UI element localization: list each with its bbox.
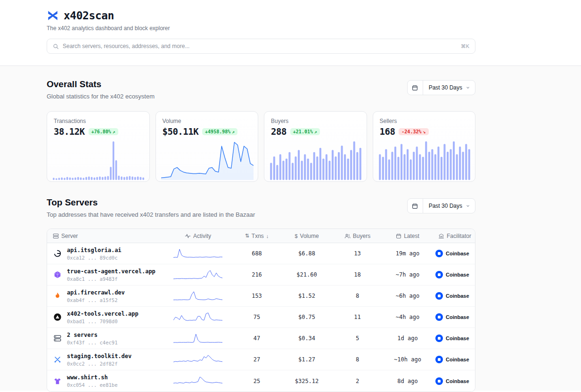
search-bar[interactable]: ⌘K [47, 39, 475, 54]
calendar-icon [396, 233, 401, 239]
stat-cards: Transactions 38.12K +76.80%↗ Volume $50.… [47, 111, 475, 182]
volume-value: $1.52 [280, 293, 333, 299]
buyers-chart [270, 140, 361, 180]
trend-badge: +21.01%↗ [290, 128, 320, 135]
flame-icon [53, 291, 62, 301]
facilitator-name: Coinbase [446, 251, 469, 256]
table-row[interactable]: x402-tools.vercel.app 0xbad1 ... 7098d0 … [47, 307, 475, 328]
stat-card-sellers: Sellers 168 -24.32%↘ [373, 111, 476, 182]
table-row[interactable]: api.firecrawl.dev 0xab4f ... a15f52 153 … [47, 286, 475, 307]
server-name: staging.toolkit.dev [67, 353, 131, 359]
stat-value: $50.11K [163, 126, 199, 137]
toolkit-icon [53, 355, 62, 364]
overall-stats-title: Overall Stats [47, 79, 155, 90]
activity-sparkline [163, 375, 233, 387]
overall-stats-subtitle: Global statistics for the x402 ecosystem [47, 93, 155, 100]
coinbase-icon [435, 250, 443, 257]
shirt-icon [53, 376, 62, 386]
facilitator-cell: Coinbase [434, 271, 475, 278]
table-row[interactable]: api.itsgloria.ai 0xca12 ... 89cd0c 688 $… [47, 243, 475, 264]
latest-value: 1d ago [382, 335, 434, 342]
activity-sparkline [163, 247, 233, 260]
cube-icon [53, 270, 62, 279]
column-header-buyers[interactable]: Buyers [333, 233, 382, 239]
stat-card-transactions: Transactions 38.12K +76.80%↗ [47, 111, 150, 182]
facilitator-cell: Coinbase [434, 250, 475, 257]
server-name: www.shirt.sh [67, 374, 117, 381]
txns-value: 216 [233, 271, 280, 278]
volume-chart [161, 140, 253, 180]
coinbase-icon [435, 377, 443, 385]
servers-date-range-picker[interactable]: Past 30 Days [407, 198, 475, 213]
table-row[interactable]: staging.toolkit.dev 0x0cc2 ... 2df82f 27… [47, 349, 475, 370]
top-servers-subtitle: Top addresses that have received x402 tr… [47, 211, 255, 218]
server-address: 0xc054 ... ee81be [67, 382, 117, 388]
search-shortcut: ⌘K [461, 43, 469, 49]
latest-value: 8d ago [382, 378, 434, 384]
table-row[interactable]: true-cast-agent.vercel.app 0xa8c1 ... a9… [47, 264, 475, 286]
coinbase-icon [435, 356, 443, 363]
buyers-value: 2 [333, 378, 382, 384]
activity-sparkline [163, 353, 233, 366]
sort-icon: ⇅ [245, 233, 249, 239]
trend-down-icon: ↘ [423, 129, 426, 134]
server-name: api.firecrawl.dev [67, 289, 125, 296]
column-header-server[interactable]: Server [47, 233, 163, 239]
chevron-down-icon [466, 85, 475, 90]
stats-date-range-picker[interactable]: Past 30 Days [407, 80, 475, 95]
app-title: x402scan [64, 9, 114, 22]
x402scan-logo [47, 9, 59, 22]
volume-value: $0.75 [280, 314, 333, 320]
server-address: 0xa8c1 ... a9483f [67, 276, 155, 282]
overall-stats-header: Overall Stats Global statistics for the … [47, 79, 475, 100]
volume-value: $21.60 [280, 271, 333, 278]
buyers-value: 8 [333, 356, 382, 363]
buyers-value: 13 [333, 250, 382, 257]
volume-value: $6.88 [280, 250, 333, 257]
column-header-activity[interactable]: Activity [163, 233, 233, 239]
server-address: 0xbad1 ... 7098d0 [67, 318, 139, 324]
chevron-down-icon [466, 204, 475, 208]
coinbase-icon [435, 313, 443, 321]
column-header-facilitator[interactable]: Facilitator [434, 233, 475, 239]
top-servers-title: Top Servers [47, 197, 255, 208]
buyers-icon [344, 233, 351, 239]
column-header-txns[interactable]: ⇅ Txns ↓ [233, 233, 280, 239]
server-stack-icon [53, 334, 62, 343]
main-content: Overall Stats Global statistics for the … [0, 66, 581, 391]
server-name: 2 servers [67, 332, 117, 338]
buyers-value: 5 [333, 335, 382, 342]
facilitator-name: Coinbase [446, 272, 469, 278]
table-row[interactable]: 2 servers 0xf43f ... c4ec91 47 $0.34 5 1… [47, 328, 475, 349]
stat-value: 288 [271, 126, 286, 137]
activity-icon [185, 233, 191, 239]
server-address: 0xab4f ... a15f52 [67, 297, 125, 303]
table-row[interactable]: www.shirt.sh 0xc054 ... ee81be 25 $325.1… [47, 370, 475, 392]
latest-value: ~4h ago [382, 314, 434, 320]
server-name: true-cast-agent.vercel.app [67, 268, 155, 275]
top-servers-table: Server Activity ⇅ Txns ↓ $ Volume [47, 229, 475, 392]
column-header-latest[interactable]: Latest [382, 233, 434, 239]
column-header-volume[interactable]: $ Volume [280, 233, 333, 239]
stat-label: Sellers [380, 118, 469, 124]
vercel-icon [53, 312, 62, 322]
facilitator-name: Coinbase [446, 314, 469, 320]
stat-card-buyers: Buyers 288 +21.01%↗ [264, 111, 367, 182]
calendar-icon [408, 199, 423, 213]
buyers-value: 8 [333, 293, 382, 299]
latest-value: ~6h ago [382, 293, 434, 299]
activity-sparkline [163, 290, 233, 302]
txns-value: 153 [233, 293, 280, 299]
trend-badge: -24.32%↘ [399, 128, 428, 135]
facilitator-cell: Coinbase [434, 356, 475, 363]
trend-badge: +76.80%↗ [89, 128, 118, 135]
trend-up-icon: ↗ [113, 129, 115, 134]
date-range-label: Past 30 Days [423, 203, 466, 209]
coinbase-icon [435, 292, 443, 300]
facilitator-name: Coinbase [446, 357, 469, 362]
activity-sparkline [163, 311, 233, 323]
txns-value: 688 [233, 250, 280, 257]
top-servers-header: Top Servers Top addresses that have rece… [47, 197, 475, 218]
app-tagline: The x402 analytics dashboard and block e… [47, 25, 475, 32]
search-input[interactable] [63, 43, 457, 49]
